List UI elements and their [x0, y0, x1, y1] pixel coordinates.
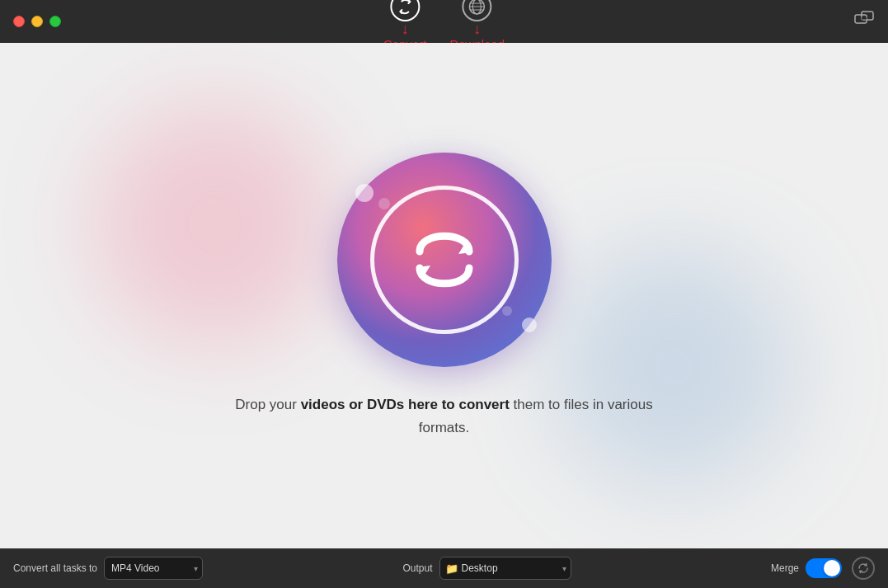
titlebar: ↓ Convert ↓ Download [0, 0, 888, 43]
output-select[interactable]: Desktop Documents Downloads [439, 557, 571, 580]
format-select-wrapper: MP4 Video MOV Video AVI Video MKV Video … [104, 557, 203, 580]
bokeh-1 [355, 184, 374, 202]
minimize-button[interactable] [31, 16, 43, 27]
blob-pink [99, 109, 330, 340]
convert-arrows-svg [399, 214, 490, 305]
window-controls [13, 16, 61, 27]
circle-graphic [337, 153, 552, 367]
drop-text-prefix: Drop your [235, 397, 300, 412]
merge-toggle[interactable] [806, 558, 842, 578]
convert-format-section: Convert all tasks to MP4 Video MOV Video… [13, 557, 203, 580]
merge-section: Merge [771, 558, 842, 578]
inner-circle [370, 186, 519, 334]
convert-all-label: Convert all tasks to [13, 562, 97, 574]
convert-icon [390, 0, 420, 21]
merge-label: Merge [771, 562, 799, 574]
blob-blue [558, 252, 789, 482]
refresh-icon[interactable] [852, 557, 875, 580]
download-icon [463, 0, 492, 21]
multi-window-icon[interactable] [853, 8, 875, 35]
main-content: Drop your videos or DVDs here to convert… [0, 43, 888, 548]
drop-text-bold: videos or DVDs here to convert [301, 397, 510, 412]
bokeh-3 [522, 318, 537, 332]
circle-background [337, 153, 552, 367]
download-arrow: ↓ [473, 21, 481, 36]
output-section: Output Desktop Documents Downloads 📁 ▾ [403, 557, 571, 580]
bottombar: Convert all tasks to MP4 Video MOV Video… [0, 548, 888, 588]
close-button[interactable] [13, 16, 25, 27]
output-label: Output [403, 562, 433, 574]
bokeh-4 [502, 306, 512, 316]
maximize-button[interactable] [49, 16, 61, 27]
bokeh-2 [378, 198, 390, 209]
format-select[interactable]: MP4 Video MOV Video AVI Video MKV Video … [104, 557, 203, 580]
toggle-thumb [824, 560, 840, 576]
titlebar-right [853, 8, 875, 35]
output-select-wrapper: Desktop Documents Downloads 📁 ▾ [439, 557, 571, 580]
convert-arrow: ↓ [402, 21, 409, 36]
drop-zone-text: Drop your videos or DVDs here to convert… [214, 393, 675, 438]
